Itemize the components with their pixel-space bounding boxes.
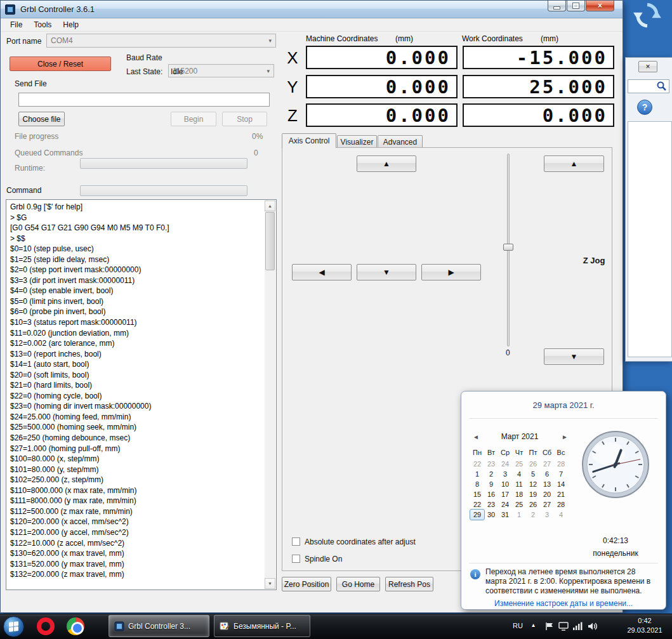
help-window-fragment: × ? [625, 57, 672, 362]
calendar-day[interactable]: 2 [526, 510, 540, 520]
taskbar-button-grbl[interactable]: Grbl Controller 3... [109, 615, 209, 637]
calendar-day[interactable]: 25 [512, 499, 526, 510]
taskbar-button-paint[interactable]: Безымянный - P... [214, 615, 310, 637]
calendar-next-button[interactable]: ► [562, 433, 568, 440]
calendar-prev-button[interactable]: ◄ [473, 433, 479, 440]
calendar-day[interactable]: 21 [554, 489, 568, 499]
opera-icon[interactable] [37, 617, 55, 635]
calendar-day[interactable]: 1 [512, 510, 526, 520]
calendar-day[interactable]: 18 [512, 489, 526, 499]
calendar-day[interactable]: 24 [498, 499, 512, 510]
z-jog-down-button[interactable]: ▼ [544, 348, 604, 365]
calendar-day[interactable]: 12 [526, 479, 540, 489]
calendar-day[interactable]: 28 [554, 459, 568, 469]
calendar-day[interactable]: 23 [484, 459, 498, 469]
volume-icon[interactable] [588, 622, 598, 631]
refresh-pos-button[interactable]: Refresh Pos [385, 577, 433, 591]
maximize-button[interactable] [567, 1, 585, 11]
close-button[interactable]: × [586, 1, 614, 11]
calendar-day[interactable]: 31 [498, 510, 512, 520]
calendar-day[interactable]: 3 [540, 510, 554, 520]
start-button[interactable] [3, 616, 24, 637]
calendar-day[interactable]: 26 [526, 499, 540, 510]
network-icon[interactable] [572, 622, 583, 631]
calendar-day[interactable]: 28 [554, 499, 568, 510]
calendar-day[interactable]: 7 [554, 469, 568, 479]
zero-position-button[interactable]: Zero Position [282, 577, 331, 591]
menu-help[interactable]: Help [57, 19, 84, 30]
calendar-day[interactable]: 24 [498, 459, 512, 469]
menu-file[interactable]: File [4, 19, 28, 30]
jog-left-button[interactable]: ◀ [292, 264, 352, 280]
calendar-day[interactable]: 27 [540, 499, 554, 510]
calendar-day[interactable]: 2 [484, 469, 498, 479]
change-datetime-link[interactable]: Изменение настроек даты и времени... [461, 599, 666, 608]
help-close-button[interactable]: × [638, 61, 657, 72]
calendar-day[interactable]: 30 [484, 510, 498, 520]
port-combobox[interactable]: COM4 ▾ [46, 34, 276, 48]
window-titlebar[interactable]: Grbl Controller 3.6.1 [1, 1, 623, 18]
calendar-day[interactable]: 5 [526, 469, 540, 479]
calendar-month-title[interactable]: Март 2021 [487, 432, 553, 441]
calendar-day[interactable]: 19 [526, 489, 540, 499]
calendar-day[interactable]: 13 [540, 479, 554, 489]
calendar-day-selected[interactable]: 29 [470, 510, 484, 520]
close-reset-button[interactable]: Close / Reset [10, 56, 111, 71]
hidden-icons-chevron[interactable]: ▴ [532, 621, 535, 628]
calendar-day[interactable]: 8 [470, 479, 484, 489]
scroll-up-button[interactable]: ▲ [265, 201, 275, 211]
tab-visualizer[interactable]: Visualizer [337, 135, 377, 148]
scroll-thumb[interactable] [265, 212, 275, 270]
spindle-on-checkbox[interactable] [292, 555, 300, 563]
calendar-day[interactable]: 6 [540, 469, 554, 479]
jog-down-button[interactable]: ▼ [357, 264, 416, 280]
tab-advanced[interactable]: Advanced [378, 135, 423, 148]
menu-tools[interactable]: Tools [28, 19, 57, 30]
calendar-day[interactable]: 3 [498, 469, 512, 479]
calendar-day[interactable]: 25 [512, 459, 526, 469]
z-jog-up-button[interactable]: ▲ [544, 155, 604, 172]
calendar-day[interactable]: 9 [484, 479, 498, 489]
calendar-day[interactable]: 23 [484, 499, 498, 510]
language-indicator[interactable]: RU [513, 622, 523, 629]
search-icon[interactable] [656, 81, 668, 92]
calendar-day[interactable]: 15 [470, 489, 484, 499]
action-center-flag-icon[interactable] [544, 622, 555, 631]
console-scrollbar[interactable]: ▲ ▼ [265, 201, 275, 589]
calendar-day[interactable]: 11 [512, 479, 526, 489]
calendar-day[interactable]: 4 [554, 510, 568, 520]
stop-button[interactable]: Stop [222, 112, 267, 126]
calendar-day[interactable]: 20 [540, 489, 554, 499]
baud-rate-combobox[interactable]: 115200 ▾ [168, 64, 274, 77]
calendar-day[interactable]: 4 [512, 469, 526, 479]
filename-input[interactable] [18, 93, 270, 107]
calendar-day[interactable]: 22 [470, 459, 484, 469]
calendar-day[interactable]: 22 [470, 499, 484, 510]
begin-button[interactable]: Begin [171, 112, 216, 126]
minimize-button[interactable] [548, 1, 566, 11]
calendar-day[interactable]: 26 [526, 459, 540, 469]
tab-axis-control[interactable]: Axis Control [282, 133, 336, 148]
choose-file-button[interactable]: Choose file [18, 112, 65, 126]
recycle-arrows-icon[interactable] [631, 1, 664, 30]
calendar-day[interactable]: 17 [498, 489, 512, 499]
calendar-day[interactable]: 1 [470, 469, 484, 479]
help-search-input[interactable] [628, 81, 656, 92]
go-home-button[interactable]: Go Home [336, 577, 380, 591]
calendar-day[interactable]: 14 [554, 479, 568, 489]
scroll-down-button[interactable]: ▼ [265, 578, 275, 589]
jog-up-button[interactable]: ▲ [357, 155, 416, 172]
help-question-button[interactable]: ? [637, 100, 652, 115]
calendar-day[interactable]: 27 [540, 459, 554, 469]
calendar-day[interactable]: 16 [484, 489, 498, 499]
tray-clock[interactable]: 0:42 29.03.2021 [622, 616, 668, 635]
display-icon[interactable] [558, 622, 569, 631]
console-line: $11=0.020 (junction deviation, mm) [10, 328, 261, 339]
absolute-coordinates-checkbox[interactable] [292, 537, 300, 546]
jog-up-icon: ▲ [383, 159, 390, 168]
console-log[interactable]: Grbl 0.9g ['$' for help]> $G[G0 G54 G17 … [6, 199, 277, 590]
chrome-icon[interactable] [67, 617, 84, 635]
calendar-day[interactable]: 10 [498, 479, 512, 489]
z-jog-slider-handle[interactable] [503, 244, 513, 251]
jog-right-button[interactable]: ▶ [421, 264, 481, 280]
